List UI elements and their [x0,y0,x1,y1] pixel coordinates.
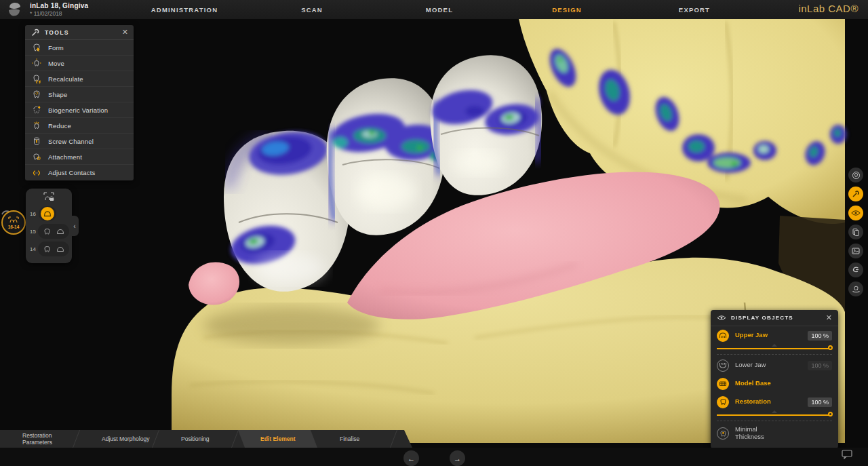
bridge-icon [8,216,19,224]
display-objects-title: DISPLAY OBJECTS [731,315,826,321]
upper-jaw-icon [717,330,729,342]
display-row-minimal-thickness[interactable]: Minimal Thickness [711,423,838,444]
restoration-range-label: 16-14 [8,225,20,229]
tooth-outline-icon [43,246,51,253]
tool-item-form[interactable]: Form [25,40,134,56]
tool-item-reduce[interactable]: Reduce [25,118,134,134]
tooth-15-crown-button[interactable] [54,225,67,238]
tool-item-screw-channel[interactable]: Screw Channel [25,134,134,149]
tools-panel: TOOLS ✕ Form Move Recalculate Shape Biog… [25,25,134,180]
tooth-15-anatomic-button[interactable] [40,225,54,238]
display-objects-panel: DISPLAY OBJECTS ✕ Upper Jaw 100 % Lower … [711,310,838,448]
shape-icon [32,90,41,99]
tool-item-shape[interactable]: Shape [25,87,134,102]
tooth-row-14: 14 [26,240,72,258]
top-bar: inLab 18, Gingiva * 11/02/2018 ADMINISTR… [0,0,868,19]
tooth-number: 14 [30,246,36,252]
step-restoration-parameters[interactable]: Restoration Parameters [0,430,79,448]
tool-item-adjust-contacts[interactable]: Adjust Contacts [25,165,134,180]
crown-filled-icon [43,210,52,217]
tab-model[interactable]: MODEL [376,0,503,19]
tab-administration[interactable]: ADMINISTRATION [121,0,248,19]
phase-tabs: ADMINISTRATION SCAN MODEL DESIGN EXPORT [121,0,758,19]
recalculate-icon [32,74,41,83]
tab-export[interactable]: EXPORT [631,0,758,19]
previous-step-button[interactable]: ← [403,450,419,466]
display-objects-icon[interactable] [848,206,863,220]
tooth-row-16: 16 [26,205,72,222]
wrench-icon [31,28,40,37]
tooth-analysis-icon[interactable] [848,168,863,182]
restoration-range-badge[interactable]: 16-14 [1,210,26,235]
model-base-icon [717,378,729,390]
tooth-16-crown-button[interactable] [41,207,54,220]
tools-panel-title: TOOLS [45,29,122,36]
project-info: inLab 18, Gingiva * 11/02/2018 [30,2,132,17]
restoration-opacity-value: 100 % [808,397,832,407]
slider-knob[interactable] [828,412,833,416]
tooth-row-15: 15 [26,222,72,240]
sirona-logo-icon [4,1,24,18]
display-row-lower-jaw[interactable]: Lower Jaw 100 % [711,356,838,374]
display-objects-header: DISPLAY OBJECTS ✕ [711,310,838,326]
step-finalise[interactable]: Finalise [317,430,397,448]
tooth-outline-icon [43,228,51,235]
workflow-steps-bar: Restoration Parameters Adjust Morphology… [0,430,412,448]
crown-outline-icon [56,246,64,252]
display-row-upper-jaw[interactable]: Upper Jaw 100 % [711,326,838,345]
tools-panel-header: TOOLS ✕ [25,25,134,40]
app-brand: inLab CAD® [798,3,859,14]
crown-outline-icon [56,228,64,235]
screw-channel-icon [32,136,41,146]
tool-item-attachment[interactable]: Attachment [25,149,134,165]
display-row-model-base[interactable]: Model Base [711,374,838,393]
inlab-cad-window: inLab 18, Gingiva * 11/02/2018 ADMINISTR… [0,0,868,466]
minimal-thickness-icon [717,427,729,440]
lower-jaw-opacity-value: 100 % [808,361,832,370]
step-adjust-morphology[interactable]: Adjust Morphology [79,430,159,448]
upper-jaw-opacity-value: 100 % [808,331,832,341]
restoration-opacity-slider[interactable] [717,411,832,421]
display-objects-close-icon[interactable]: ✕ [826,314,832,322]
display-row-restoration[interactable]: Restoration 100 % [711,393,838,411]
project-name: inLab 18, Gingiva [30,2,132,9]
eye-icon [717,315,726,321]
right-toolbar [848,168,865,300]
tooth-number: 16 [30,211,37,217]
tool-item-recalculate[interactable]: Recalculate [25,71,134,87]
attachment-icon [32,152,41,161]
reduce-icon [32,121,41,130]
screenshot-icon[interactable] [848,244,863,258]
crown-15[interactable] [327,78,447,235]
bridge-selector-icon [42,191,56,202]
tools-icon[interactable] [848,187,863,201]
form-tooth-icon [32,43,41,52]
speech-bubble-icon[interactable] [842,450,853,459]
step-edit-element[interactable]: Edit Element [238,430,317,448]
next-step-button[interactable]: → [450,450,465,466]
move-tooth-icon [32,58,41,68]
collapse-panel-chevron[interactable]: ‹ [71,216,79,236]
restoration-icon [717,396,729,408]
adjust-contacts-icon [32,168,41,178]
tooth-14-crown-button[interactable] [54,242,67,256]
lower-jaw-icon [717,360,729,372]
tool-item-biogeneric-variation[interactable]: Biogeneric Variation [25,102,134,118]
crown-14[interactable] [429,55,542,195]
tooth-selector-panel: 16 15 14 [26,189,72,263]
tab-design[interactable]: DESIGN [503,0,631,19]
tooth-14-anatomic-button[interactable] [40,242,54,256]
bottom-strip [0,448,868,466]
polish-tooth-icon[interactable] [848,281,863,296]
tool-item-move[interactable]: Move [25,56,134,71]
project-date: * 11/02/2018 [30,10,132,17]
articulator-icon[interactable] [848,263,863,277]
slider-knob[interactable] [828,345,833,350]
tools-close-icon[interactable]: ✕ [122,28,128,36]
tooth-number: 15 [30,229,36,235]
biogeneric-variation-icon [32,105,41,115]
step-positioning[interactable]: Positioning [159,430,238,448]
copy-document-icon[interactable] [848,225,863,239]
upper-jaw-opacity-slider[interactable] [717,345,832,355]
tab-scan[interactable]: SCAN [248,0,376,19]
